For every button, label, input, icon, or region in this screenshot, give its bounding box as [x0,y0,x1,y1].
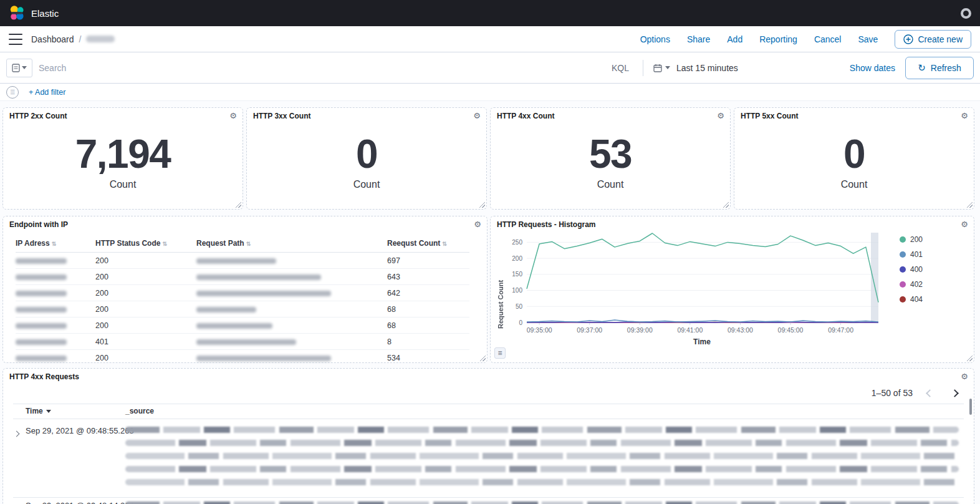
expand-row-button[interactable] [12,426,21,440]
panel-endpoint-with-ip: Endpoint with IP ⚙ IP Adress⇅ HTTP Statu… [2,216,488,363]
table-row: 401 8 [16,334,469,350]
share-button[interactable]: Share [687,34,710,44]
column-header-count[interactable]: Reequst Count⇅ [387,235,469,253]
elastic-logo-icon[interactable] [9,5,25,21]
filter-options-icon[interactable]: ☰ [6,86,19,99]
metric-label: Count [597,179,624,190]
panel-http-4xx-requests: HTTP 4xx Requests ⚙ 1–50 of 53 Time _sou… [2,368,974,504]
saved-query-icon [12,64,20,72]
kql-button[interactable]: KQL [604,63,637,73]
panel-settings-button[interactable]: ⚙ [958,371,971,383]
resize-handle[interactable] [722,201,729,208]
legend-item-402[interactable]: 402 [900,280,969,289]
resize-handle[interactable] [966,354,973,361]
calendar-menu-button[interactable] [653,64,670,72]
hamburger-icon [9,34,22,35]
resize-handle[interactable] [234,201,241,208]
gear-icon: ⚙ [961,372,968,381]
sort-icon: ⇅ [246,241,251,247]
panel-title: HTTP 4xx Requests [9,372,79,381]
request-count-cell: 643 [387,269,469,285]
table-row: 200 643 [16,269,469,285]
divider [13,404,964,404]
status-code-cell: 401 [95,334,196,350]
column-header-source: _source [125,407,154,415]
legend-item-401[interactable]: 401 [900,250,969,259]
path-redacted [196,258,276,264]
column-header-path[interactable]: Request Path⇅ [196,235,387,253]
gear-icon: ⚙ [474,220,481,229]
sort-desc-icon [46,410,51,413]
svg-text:09:41:00: 09:41:00 [677,326,703,334]
legend-item-200[interactable]: 200 [900,235,969,244]
hamburger-menu-button[interactable] [9,34,22,45]
calendar-icon [653,64,662,72]
legend-item-400[interactable]: 400 [900,265,969,274]
gear-icon: ⚙ [961,220,968,229]
time-range-button[interactable]: Last 15 minutes [676,63,738,73]
source-text-redacted [125,502,959,504]
path-redacted [196,356,331,361]
legend-dot [900,281,906,288]
legend-toggle-button[interactable]: ≡ [494,347,506,359]
plus-circle-icon [903,34,913,44]
chevron-right-icon [14,431,20,437]
metric-label: Count [110,179,137,190]
expand-row-button[interactable] [12,501,21,504]
add-button[interactable]: Add [727,34,742,44]
svg-text:09:45:00: 09:45:00 [778,326,804,334]
legend-dot [900,296,906,303]
metric-value: 7,194 [75,134,171,174]
column-header-status[interactable]: HTTP Status Code⇅ [95,235,196,253]
refresh-button[interactable]: ↻ Refresh [905,57,974,79]
date-picker: Last 15 minutes Show dates [650,63,899,73]
request-count-cell: 68 [387,317,469,334]
legend-item-404[interactable]: 404 [900,295,969,304]
refresh-icon: ↻ [918,63,926,72]
ip-redacted [16,258,67,264]
search-input[interactable] [39,63,598,73]
resize-handle[interactable] [479,354,486,361]
scrollbar-thumb[interactable] [969,399,972,415]
user-menu-icon[interactable] [961,8,971,19]
options-button[interactable]: Options [640,34,670,44]
resize-handle[interactable] [478,201,485,208]
svg-text:0: 0 [519,319,522,326]
request-count-cell: 642 [387,285,469,301]
status-code-cell: 200 [95,285,196,301]
pagination-range: 1–50 of 53 [872,388,913,398]
panel-http-requests-histogram: HTTP Requests - Histogram ⚙ Request Coun… [490,216,974,363]
divider [13,497,964,498]
previous-page-button[interactable] [921,385,938,401]
legend-dot [900,251,906,258]
table-row: 200 534 [16,350,469,366]
column-header-ip[interactable]: IP Adress⇅ [16,235,95,253]
cancel-button[interactable]: Cancel [814,34,842,44]
resize-handle[interactable] [966,201,973,208]
add-filter-button[interactable]: + Add filter [29,88,65,97]
source-text-redacted [125,427,959,433]
next-page-button[interactable] [946,385,963,401]
chevron-down-icon [665,66,670,69]
svg-text:50: 50 [516,303,523,310]
create-new-button[interactable]: Create new [895,30,971,49]
sort-icon: ⇅ [442,241,447,247]
status-code-cell: 200 [95,301,196,317]
source-text-redacted [125,440,959,446]
ip-redacted [16,356,67,361]
show-dates-button[interactable]: Show dates [850,63,895,73]
saved-query-menu-button[interactable] [6,59,32,77]
column-header-time[interactable]: Time [26,407,51,415]
query-bar: KQL Last 15 minutes Show dates ↻ Refresh [0,52,980,84]
panel-settings-button[interactable]: ⚙ [471,218,484,231]
ip-redacted [16,291,67,296]
source-text-redacted [125,453,959,459]
save-button[interactable]: Save [858,34,878,44]
legend-dot [900,236,906,243]
navbar: Dashboard / Options Share Add Reporting … [0,26,980,52]
dashboard-grid: HTTP 2xx Count ⚙ 7,194 Count HTTP 3xx Co… [0,101,980,504]
app-header: Elastic [0,0,980,26]
breadcrumb-dashboard[interactable]: Dashboard [31,34,74,44]
reporting-button[interactable]: Reporting [759,34,797,44]
metric-value: 0 [843,134,865,174]
